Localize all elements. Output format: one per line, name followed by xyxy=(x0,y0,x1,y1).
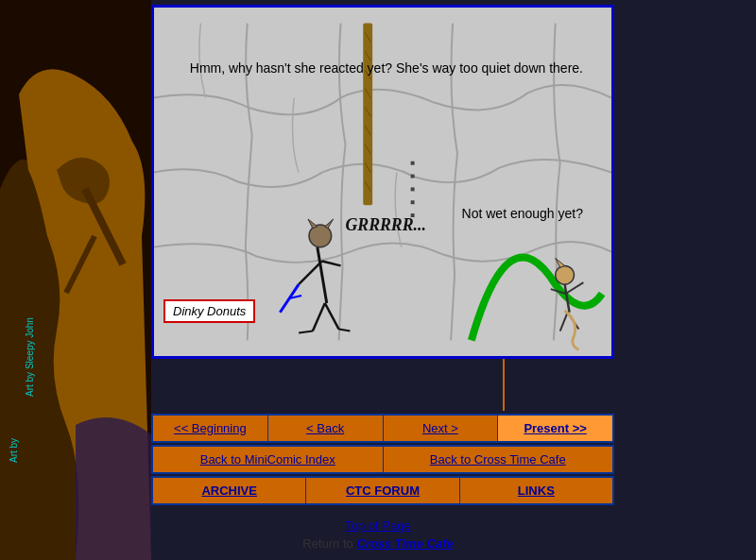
footer: Top of Page Return to Cross Time Cafe xyxy=(0,518,756,551)
svg-rect-28 xyxy=(411,175,415,178)
crosstimecafe-button[interactable]: Back to Cross Time Cafe xyxy=(384,447,613,472)
svg-rect-6 xyxy=(363,24,372,206)
nav-row-1: << Beginning < Back Next > Present >> xyxy=(151,414,614,443)
svg-text:GRRRRR...: GRRRRR... xyxy=(345,215,425,234)
svg-text:Art by Sleepy John: Art by Sleepy John xyxy=(25,317,35,397)
vertical-connector xyxy=(503,359,505,411)
links-button[interactable]: LINKS xyxy=(460,478,612,503)
nav-row-2: Back to MiniComic Index Back to Cross Ti… xyxy=(151,445,614,474)
next-button[interactable]: Next > xyxy=(384,416,499,441)
footer-return: Return to Cross Time Cafe xyxy=(0,536,756,551)
present-button[interactable]: Present >> xyxy=(498,416,612,441)
beginning-button[interactable]: << Beginning xyxy=(153,416,268,441)
return-link[interactable]: Cross Time Cafe xyxy=(356,536,453,551)
svg-text:Art by: Art by xyxy=(9,438,19,463)
nav-row-3: ARCHIVE CTC FORUM LINKS xyxy=(151,476,614,505)
main-content: GRRRRR... xyxy=(151,5,614,505)
top-of-page-link[interactable]: Top of Page xyxy=(0,518,756,533)
svg-rect-29 xyxy=(411,187,415,191)
speech-bubble-2: Not wet enough yet? xyxy=(462,206,583,221)
forum-button[interactable]: CTC FORUM xyxy=(306,478,459,503)
svg-rect-27 xyxy=(411,161,415,165)
svg-rect-31 xyxy=(411,213,415,217)
minicomic-button[interactable]: Back to MiniComic Index xyxy=(153,447,384,472)
comic-inner: GRRRRR... xyxy=(154,8,611,356)
back-button[interactable]: < Back xyxy=(268,416,384,441)
comic-panel: GRRRRR... xyxy=(151,5,614,359)
caption-box: Dinky Donuts xyxy=(163,299,255,323)
svg-rect-30 xyxy=(411,200,415,204)
archive-button[interactable]: ARCHIVE xyxy=(153,478,306,503)
svg-point-32 xyxy=(556,265,575,284)
speech-bubble-1: Hmm, why hasn't she reacted yet? She's w… xyxy=(190,59,583,78)
left-decoration: Art by Sleepy John Art by xyxy=(0,0,151,560)
